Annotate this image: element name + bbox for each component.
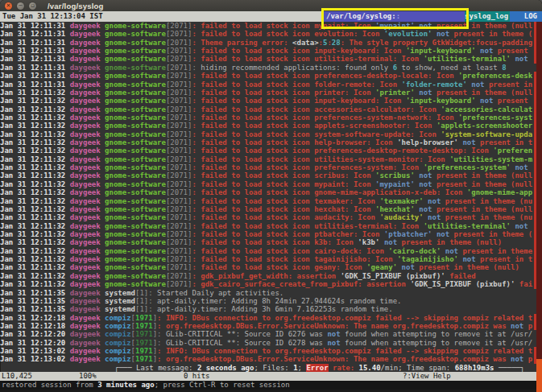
view-help-hint: ?:View Help <box>403 372 451 381</box>
log-line: Jan 31 12:11:32 daygeek gnome-software[2… <box>0 280 536 288</box>
log-line: Jan 31 12:13:02 daygeek compiz[1971]: IN… <box>0 347 536 355</box>
close-button[interactable]: ✕ <box>5 2 12 10</box>
clock-text: Tue Jan 31 12:13:04 IST <box>0 11 103 22</box>
log-view[interactable]: Jan 31 12:11:31 daygeek gnome-software[2… <box>0 22 536 364</box>
log-line: Jan 31 12:11:32 daygeek gnome-software[2… <box>0 272 536 280</box>
log-line: Jan 31 12:12:18 daygeek compiz[1971]: or… <box>0 322 536 330</box>
log-line: Jan 31 12:11:35 daygeek systemd[1]: apt-… <box>0 305 536 313</box>
terminal-window: ✕ − ▫ /var/log/syslog Tue Jan 31 12:13:0… <box>0 0 542 392</box>
log-line: Jan 31 12:11:32 daygeek gnome-software[2… <box>0 238 536 246</box>
lnav-bottom-status-bar: L10,425 100% 0 hits ?:View Help <box>0 372 536 381</box>
log-line: Jan 31 12:11:31 daygeek gnome-software[2… <box>0 47 536 55</box>
log-line: Jan 31 12:11:31 daygeek gnome-software[2… <box>0 30 536 38</box>
window-titlebar: ✕ − ▫ /var/log/syslog <box>0 0 542 11</box>
log-line: Jan 31 12:11:32 daygeek gnome-software[2… <box>0 188 536 196</box>
log-format-segment: syslog_log: <box>465 11 510 22</box>
log-line: Jan 31 12:11:32 daygeek gnome-software[2… <box>0 197 536 205</box>
log-line: Jan 31 12:11:31 daygeek gnome-software[2… <box>0 22 536 30</box>
log-line: Jan 31 12:11:32 daygeek gnome-software[2… <box>0 263 536 271</box>
log-line: Jan 31 12:11:35 daygeek systemd[1]: Star… <box>0 289 536 297</box>
log-line: Jan 31 12:11:31 daygeek gnome-software[2… <box>0 39 536 47</box>
scrollbar-track[interactable] <box>536 22 542 392</box>
maximize-button[interactable]: ▫ <box>29 2 36 10</box>
log-line: Jan 31 12:12:20 daygeek compiz[1971]: GL… <box>0 339 536 347</box>
log-line: Jan 31 12:11:32 daygeek gnome-software[2… <box>0 105 536 113</box>
log-line: Jan 31 12:11:32 daygeek gnome-software[2… <box>0 255 536 263</box>
log-line: Jan 31 12:11:31 daygeek gnome-software[2… <box>0 64 536 72</box>
log-line: Jan 31 12:11:32 daygeek gnome-software[2… <box>0 213 536 221</box>
log-line: Jan 31 12:11:32 daygeek gnome-software[2… <box>0 138 536 146</box>
log-line: Jan 31 12:11:32 daygeek gnome-software[2… <box>0 163 536 171</box>
log-line: Jan 31 12:11:31 daygeek gnome-software[2… <box>0 55 536 63</box>
log-line: Jan 31 12:11:32 daygeek gnome-software[2… <box>0 130 536 138</box>
scrollbar-handle[interactable] <box>536 359 542 392</box>
line-position-text: L10,425 <box>2 372 32 381</box>
log-line: Jan 31 12:11:32 daygeek gnome-software[2… <box>0 205 536 213</box>
log-line: Jan 31 12:11:32 daygeek gnome-software[2… <box>0 171 536 179</box>
log-line: Jan 31 12:11:32 daygeek gnome-software[2… <box>0 155 536 163</box>
scroll-percent-text: 100% <box>79 372 97 381</box>
log-line: Jan 31 12:11:32 daygeek gnome-software[2… <box>0 180 536 188</box>
view-name-segment: LOG <box>510 11 542 22</box>
log-line: Jan 31 12:11:31 daygeek gnome-software[2… <box>0 80 536 89</box>
log-line: Jan 31 12:13:02 daygeek compiz[1971]: or… <box>0 355 536 363</box>
last-message-overlay: ┌─── Last message: 2 seconds ago; Files:… <box>0 364 536 372</box>
current-file-segment: /var/log/syslog:: <box>323 11 465 22</box>
log-line: Jan 31 12:11:32 daygeek gnome-software[2… <box>0 247 536 255</box>
log-line: Jan 31 12:11:32 daygeek gnome-software[2… <box>0 97 536 105</box>
log-line: Jan 31 12:12:20 daygeek compiz[1971]: GL… <box>0 330 536 338</box>
log-line: Jan 31 12:11:32 daygeek gnome-software[2… <box>0 230 536 238</box>
log-line: Jan 31 12:11:32 daygeek gnome-software[2… <box>0 222 536 230</box>
window-title: /var/log/syslog <box>48 2 104 10</box>
search-hits-text: 0 hits <box>184 372 210 381</box>
log-line: Jan 31 12:11:31 daygeek gnome-software[2… <box>0 72 536 80</box>
log-line: Jan 31 12:11:35 daygeek systemd[1]: apt-… <box>0 297 536 305</box>
minimize-button[interactable]: − <box>17 2 24 10</box>
session-message-line: restored session from 3 minutes ago; pre… <box>0 381 536 390</box>
log-line: Jan 31 12:11:32 daygeek gnome-software[2… <box>0 122 536 130</box>
log-line: Jan 31 12:11:32 daygeek gnome-software[2… <box>0 146 536 155</box>
lnav-top-status-bar: Tue Jan 31 12:13:04 IST /var/log/syslog:… <box>0 11 542 22</box>
log-line: Jan 31 12:11:32 daygeek gnome-software[2… <box>0 113 536 122</box>
bottom-filler <box>0 390 536 392</box>
log-line: Jan 31 12:11:32 daygeek gnome-software[2… <box>0 89 536 97</box>
topbar-spacer <box>103 11 323 22</box>
log-line: Jan 31 12:12:18 daygeek compiz[1971]: IN… <box>0 314 536 322</box>
